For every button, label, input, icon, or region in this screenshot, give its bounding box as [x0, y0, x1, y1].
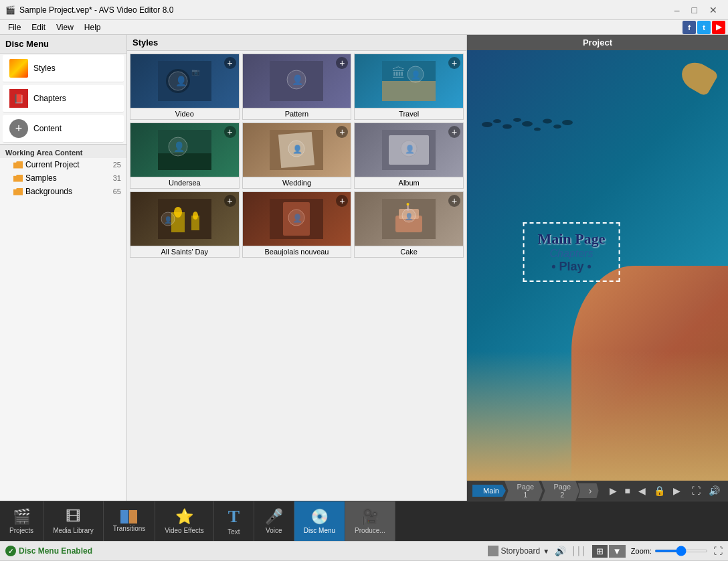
content-header: Styles	[127, 35, 466, 51]
undersea-add-btn[interactable]: +	[224, 126, 236, 138]
svg-text:👤: 👤	[405, 144, 415, 154]
app-icon: 🎬	[5, 5, 15, 15]
content-label: Content	[33, 124, 62, 133]
sidebar-btn-chapters[interactable]: 📕 Chapters	[3, 85, 124, 112]
sidebar-item-backgrounds[interactable]: Backgrounds 65	[0, 185, 126, 198]
zoom-slider[interactable]	[654, 550, 708, 552]
lock-button[interactable]: 🔒	[651, 484, 668, 497]
folder-icon	[13, 161, 23, 169]
window-title: Sample Project.vep* - AVS Video Editor 8…	[19, 5, 173, 15]
style-thumb-cake: 👤 +	[355, 192, 463, 246]
toolbar-disc-menu[interactable]: 💿 Disc Menu	[294, 501, 345, 541]
play-button[interactable]: ▶	[607, 484, 620, 497]
next-button[interactable]: ▶	[670, 484, 683, 497]
pattern-label: Pattern	[243, 108, 351, 119]
sidebar-item-samples[interactable]: Samples 31	[0, 171, 126, 185]
toolbar-video-effects[interactable]: ⭐ Video Effects	[155, 501, 214, 541]
cake-thumb-svg: 👤	[382, 199, 436, 239]
grid-view-btn[interactable]: ⊞	[592, 545, 608, 558]
travel-add-btn[interactable]: +	[448, 57, 460, 69]
toolbar-produce[interactable]: 🎥 Produce...	[345, 501, 395, 541]
video-effects-icon: ⭐	[175, 508, 193, 526]
list-view-btn[interactable]: ▼	[609, 545, 626, 558]
svg-point-47	[522, 121, 533, 127]
menu-help[interactable]: Help	[79, 21, 106, 33]
menu-edit[interactable]: Edit	[26, 21, 51, 33]
cake-label: Cake	[355, 246, 463, 257]
styles-icon	[9, 59, 28, 78]
allsaints-add-btn[interactable]: +	[224, 195, 236, 207]
styles-grid: 👤 📷 + Video 👤 +	[130, 54, 464, 258]
style-item-travel[interactable]: 👤 🏛 + Travel	[354, 54, 464, 120]
menu-view[interactable]: View	[51, 21, 79, 33]
beaujolais-label: Beaujolais nouveau	[243, 246, 351, 257]
toolbar-text[interactable]: T Text	[214, 501, 254, 541]
pattern-add-btn[interactable]: +	[336, 57, 348, 69]
youtube-icon[interactable]: ▶	[712, 21, 725, 34]
prev-button[interactable]: ◀	[636, 484, 648, 497]
allsaints-label: All Saints' Day	[130, 246, 239, 257]
style-thumb-wedding: 👤 +	[243, 123, 351, 177]
menu-file[interactable]: File	[3, 21, 26, 33]
beaujolais-add-btn[interactable]: +	[336, 195, 348, 207]
expand-icon[interactable]: ⛶	[713, 546, 723, 556]
wedding-add-btn[interactable]: +	[336, 126, 348, 138]
album-add-btn[interactable]: +	[448, 126, 460, 138]
svg-text:👤: 👤	[173, 141, 185, 153]
backgrounds-label: Backgrounds	[25, 187, 72, 196]
style-item-undersea[interactable]: 👤 + Undersea	[130, 123, 240, 189]
album-label: Album	[355, 177, 463, 188]
voice-icon: 🎤	[265, 508, 283, 526]
minimize-button[interactable]: –	[669, 3, 685, 17]
style-item-pattern[interactable]: 👤 + Pattern	[242, 54, 352, 120]
nav-page-1[interactable]: Page 1	[505, 481, 543, 501]
zoom-label: Zoom:	[631, 547, 652, 555]
style-thumb-undersea: 👤 +	[130, 123, 239, 177]
current-project-count: 25	[113, 161, 121, 169]
toolbar-media-library[interactable]: 🎞 Media Library	[43, 501, 104, 541]
style-item-wedding[interactable]: 👤 + Wedding	[242, 123, 352, 189]
nav-page-2[interactable]: Page 2	[541, 481, 579, 501]
stop-button[interactable]: ■	[622, 484, 633, 497]
svg-text:👤: 👤	[405, 212, 414, 221]
sidebar-item-current-project[interactable]: Current Project 25	[0, 158, 126, 171]
pattern-thumb-svg: 👤	[270, 61, 323, 101]
beaujolais-thumb-svg: 👤	[270, 199, 323, 239]
svg-point-49	[543, 119, 552, 124]
styles-label: Styles	[33, 64, 56, 73]
style-item-beaujolais[interactable]: 👤 + Beaujolais nouveau	[242, 191, 352, 258]
cake-add-btn[interactable]: +	[448, 195, 460, 207]
preview-chapters: Chapters	[538, 248, 606, 260]
video-add-btn[interactable]: +	[224, 57, 236, 69]
volume-button[interactable]: 🔊	[706, 484, 723, 497]
facebook-icon[interactable]: f	[682, 21, 696, 34]
storyboard-dropdown-icon: ▼	[543, 548, 549, 555]
preview-sand	[467, 351, 728, 481]
storyboard-button[interactable]: Storyboard ▼	[488, 546, 550, 556]
close-button[interactable]: ✕	[704, 3, 723, 17]
nav-page-main[interactable]: Main	[472, 485, 506, 497]
video-label: Video	[130, 108, 239, 119]
styles-grid-container[interactable]: 👤 📷 + Video 👤 +	[127, 51, 466, 501]
sidebar-btn-styles[interactable]: Styles	[3, 55, 124, 82]
style-item-album[interactable]: 👤 + Album	[354, 123, 464, 189]
preview-header: Project	[467, 35, 728, 50]
svg-point-48	[534, 128, 541, 131]
svg-text:🏛: 🏛	[392, 66, 405, 80]
backgrounds-count: 65	[113, 187, 121, 195]
fullscreen-button[interactable]: ⛶	[689, 484, 703, 497]
maximize-button[interactable]: □	[687, 3, 703, 17]
style-item-video[interactable]: 👤 📷 + Video	[130, 54, 240, 120]
sidebar-btn-content[interactable]: + Content	[3, 115, 124, 143]
nav-page-more[interactable]: ›	[578, 483, 599, 498]
toolbar-transitions[interactable]: Transitions	[104, 501, 156, 541]
current-project-label: Current Project	[25, 160, 80, 169]
twitter-icon[interactable]: t	[697, 21, 711, 34]
toolbar-projects[interactable]: 🎬 Projects	[0, 501, 43, 541]
style-item-cake[interactable]: 👤 + Cake	[354, 191, 464, 258]
volume-icon[interactable]: 🔊	[555, 546, 566, 556]
style-item-allsaints[interactable]: 👤 + All Saints' Day	[130, 191, 240, 258]
preview-panel: Project Main Page Chapters • Play	[467, 35, 728, 501]
svg-point-29	[193, 212, 198, 220]
toolbar-voice[interactable]: 🎤 Voice	[254, 501, 294, 541]
